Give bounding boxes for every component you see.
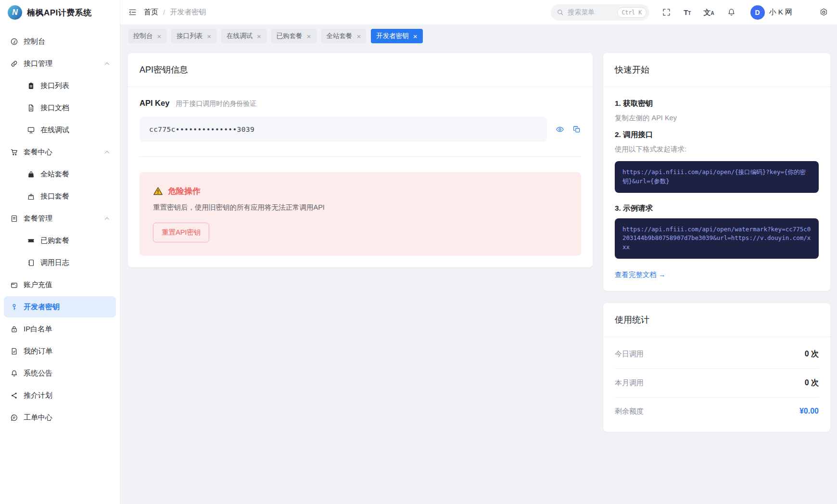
- tab-strip: 控制台× 接口列表× 在线调试× 已购套餐× 全站套餐× 开发者密钥×: [120, 25, 837, 47]
- usage-stats-title: 使用统计: [603, 303, 830, 337]
- full-docs-link[interactable]: 查看完整文档 →: [615, 270, 666, 279]
- sidebar-item-api-list[interactable]: 接口列表: [4, 75, 116, 96]
- tab-console[interactable]: 控制台×: [128, 29, 166, 43]
- chat-icon: [10, 413, 18, 422]
- tab-purchased-packages[interactable]: 已购套餐×: [271, 29, 317, 43]
- copy-icon[interactable]: [572, 125, 581, 134]
- close-icon[interactable]: ×: [357, 33, 361, 40]
- clipboard-icon: [26, 81, 35, 90]
- sidebar-item-call-logs[interactable]: 调用日志: [4, 252, 116, 273]
- sidebar-item-site-packages[interactable]: 全站套餐: [4, 164, 116, 185]
- search-input[interactable]: 搜索菜单 Ctrl K: [551, 4, 649, 21]
- sidebar-item-label: 接口列表: [40, 81, 69, 90]
- sidebar-item-label: 系统公告: [24, 369, 52, 378]
- translate-icon[interactable]: 文A: [703, 9, 714, 16]
- breadcrumb-separator: /: [163, 8, 165, 16]
- tab-api-list[interactable]: 接口列表×: [171, 29, 216, 43]
- close-icon[interactable]: ×: [257, 33, 261, 40]
- eye-icon[interactable]: [556, 125, 564, 134]
- bag-icon: [26, 192, 35, 201]
- sidebar-item-ip-whitelist[interactable]: IP白名单: [4, 318, 116, 340]
- card-title: API密钥信息: [128, 53, 593, 87]
- stat-row-balance: 剩余额度 ¥0.00: [615, 398, 819, 425]
- bell-icon: [10, 369, 18, 378]
- sidebar-item-api-docs[interactable]: 接口文档: [4, 97, 116, 118]
- doc-list-icon: [10, 214, 18, 223]
- stat-label: 今日调用: [615, 350, 644, 359]
- sidebar-item-label: IP白名单: [24, 325, 52, 334]
- key-icon: [10, 302, 18, 311]
- breadcrumb: 首页 / 开发者密钥: [144, 8, 206, 17]
- breadcrumb-home[interactable]: 首页: [144, 8, 158, 17]
- stat-value: ¥0.00: [799, 407, 819, 416]
- cart-icon: [10, 148, 18, 156]
- sidebar-item-online-debug[interactable]: 在线调试: [4, 119, 116, 140]
- sidebar-item-label: 套餐中心: [24, 148, 52, 157]
- dashboard-icon: [10, 37, 18, 46]
- document-icon: [26, 103, 35, 112]
- sidebar-item-dashboard[interactable]: 控制台: [4, 31, 116, 52]
- close-icon[interactable]: ×: [413, 33, 418, 40]
- reset-api-key-button[interactable]: 重置API密钥: [153, 223, 209, 242]
- sidebar-item-package-center[interactable]: 套餐中心: [4, 141, 116, 163]
- stat-row-today: 今日调用 0 次: [615, 340, 819, 369]
- tab-online-debug[interactable]: 在线调试×: [221, 29, 266, 43]
- notebook-icon: [26, 258, 35, 267]
- chevron-up-icon: [104, 61, 110, 67]
- sidebar-item-label: 我的订单: [24, 347, 52, 356]
- user-menu[interactable]: D 小 K 网: [750, 5, 792, 20]
- sidebar-item-purchased-packages[interactable]: 已购套餐: [4, 230, 116, 251]
- close-icon[interactable]: ×: [157, 33, 162, 40]
- sidebar-item-ticket-center[interactable]: 工单中心: [4, 407, 116, 428]
- app-logo: N 楠枫API计费系统: [0, 0, 120, 25]
- search-icon: [557, 9, 564, 16]
- close-icon[interactable]: ×: [207, 33, 211, 40]
- user-name: 小 K 网: [769, 8, 792, 17]
- chevron-up-icon: [104, 149, 110, 155]
- bag-filled-icon: [26, 170, 35, 178]
- font-size-icon[interactable]: TT: [684, 9, 691, 16]
- stat-label: 剩余额度: [615, 407, 644, 416]
- step3-title: 3. 示例请求: [615, 203, 819, 214]
- sidebar-item-label: 已购套餐: [40, 236, 69, 245]
- stat-value: 0 次: [805, 349, 819, 359]
- fullscreen-icon[interactable]: [662, 8, 671, 17]
- notification-bell-icon[interactable]: [727, 8, 736, 17]
- link-icon: [10, 59, 18, 68]
- sidebar-item-api-management[interactable]: 接口管理: [4, 53, 116, 74]
- sidebar-item-package-management[interactable]: 套餐管理: [4, 208, 116, 229]
- sidebar-item-label: 接口套餐: [40, 192, 69, 201]
- usage-stats-card: 使用统计 今日调用 0 次 本月调用 0 次 剩余额度 ¥0.00: [603, 303, 830, 432]
- lock-icon: [10, 325, 18, 333]
- collapse-sidebar-icon[interactable]: [128, 8, 137, 17]
- sidebar-item-my-orders[interactable]: 我的订单: [4, 340, 116, 362]
- content-area: API密钥信息 API Key 用于接口调用时的身份验证 cc775c•••••…: [120, 47, 837, 504]
- topbar-icons: TT 文A D 小 K 网: [662, 5, 828, 20]
- sidebar-item-recharge[interactable]: 账户充值: [4, 274, 116, 295]
- sidebar-item-label: 全站套餐: [40, 170, 69, 179]
- sidebar-item-announcements[interactable]: 系统公告: [4, 363, 116, 384]
- sidebar-item-label: 开发者密钥: [24, 302, 60, 312]
- tab-site-packages[interactable]: 全站套餐×: [321, 29, 367, 43]
- topbar: 首页 / 开发者密钥 搜索菜单 Ctrl K TT 文A D 小 K 网: [120, 0, 837, 25]
- close-icon[interactable]: ×: [307, 33, 311, 40]
- sidebar-item-referral[interactable]: 推介计划: [4, 385, 116, 406]
- stat-label: 本月调用: [615, 378, 644, 388]
- main-column: 首页 / 开发者密钥 搜索菜单 Ctrl K TT 文A D 小 K 网 控制台…: [120, 0, 837, 504]
- settings-gear-icon[interactable]: [819, 8, 828, 17]
- danger-zone: 危险操作 重置密钥后，使用旧密钥的所有应用将无法正常调用API 重置API密钥: [140, 172, 581, 256]
- sidebar-item-label: 控制台: [24, 37, 45, 46]
- sidebar-nav: 控制台 接口管理 接口列表 接口文档 在线调试 套餐中心 全站套餐: [0, 25, 120, 429]
- ticket-icon: [26, 236, 35, 245]
- api-key-value: cc775c••••••••••••••3039: [140, 117, 547, 142]
- sidebar-item-label: 套餐管理: [24, 214, 52, 223]
- sidebar-item-label: 调用日志: [40, 258, 69, 267]
- sidebar-item-api-packages[interactable]: 接口套餐: [4, 186, 116, 207]
- shortcut-badge: Ctrl K: [617, 7, 647, 18]
- sidebar-item-developer-key[interactable]: 开发者密钥: [4, 296, 116, 317]
- sidebar-item-label: 接口文档: [40, 103, 69, 113]
- wallet-icon: [10, 280, 18, 289]
- share-icon: [10, 391, 18, 400]
- danger-title: 危险操作: [168, 186, 201, 197]
- tab-developer-key[interactable]: 开发者密钥×: [371, 29, 422, 43]
